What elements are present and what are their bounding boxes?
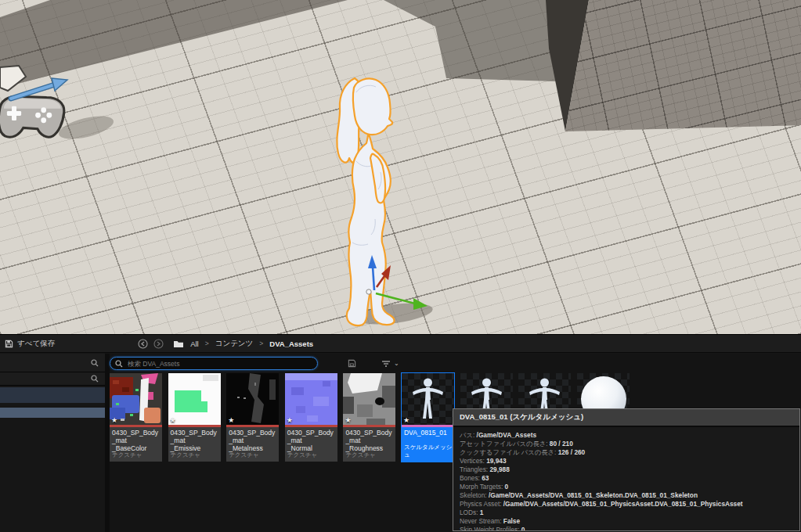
breadcrumb: All > コンテンツ > DVA_Assets xyxy=(173,339,313,349)
breadcrumb-current-folder[interactable]: DVA_Assets xyxy=(269,340,313,348)
save-icon xyxy=(5,340,13,348)
player-start-gamepad-icon[interactable] xyxy=(0,96,64,137)
asset-name: 0430_SP_Body_mat xyxy=(171,429,217,444)
favorite-star-icon: ★ xyxy=(287,416,293,424)
asset-search-box[interactable] xyxy=(110,357,318,370)
tooltip-row: パス/Game/DVA_Assets xyxy=(460,431,793,440)
asset-tooltip: DVA_0815_01 (スケルタルメッシュ) パス/Game/DVA_Asse… xyxy=(453,408,800,531)
favorite-star-icon: ★ xyxy=(345,416,351,424)
asset-type-label: テクスチャ xyxy=(112,451,142,459)
content-browser-toolbar: すべて保存 All > コンテンツ > DVA_Assets xyxy=(0,334,801,353)
white-arrow-sprite[interactable] xyxy=(0,66,26,91)
asset-name: 0430_SP_Body_mat xyxy=(345,429,391,444)
skeletal-mesh-thumbnail: ★ xyxy=(402,373,454,425)
asset-tile-footer: DVA_0815_01 スケルタルメッシュ xyxy=(402,427,454,462)
breadcrumb-separator: > xyxy=(205,340,209,347)
tooltip-row: クックするファイル パスの長さ126 / 260 xyxy=(460,448,793,457)
breadcrumb-root[interactable]: All xyxy=(190,340,199,348)
gamepad-shadow xyxy=(56,112,116,144)
tooltip-row: Never StreamFalse xyxy=(460,517,793,526)
content-browser-sidebar xyxy=(0,354,105,532)
search-icon xyxy=(91,375,99,383)
tooltip-row: Vertices19,943 xyxy=(460,457,793,466)
save-all-button[interactable]: すべて保存 xyxy=(5,339,55,349)
tooltip-row: LODs1 xyxy=(460,509,793,517)
texture-thumbnail: ★ xyxy=(285,373,337,425)
character-model[interactable] xyxy=(337,78,394,325)
asset-type-label: テクスチャ xyxy=(287,451,317,459)
unreal-editor-window: すべて保存 All > コンテンツ > DVA_Assets xyxy=(0,0,801,532)
tooltip-row: Physics Asset/Game/DVA_Assets/DVA_0815_0… xyxy=(460,500,793,509)
breadcrumb-content[interactable]: コンテンツ xyxy=(215,339,254,349)
asset-type-label: テクスチャ xyxy=(171,451,200,459)
asset-tile-footer: 0430_SP_Body_mat_Metalness テクスチャ xyxy=(226,427,279,462)
tooltip-body: パス/Game/DVA_Assets アセットファイルパスの長さ80 / 210… xyxy=(453,427,799,531)
asset-tile-emissive[interactable]: ★ 0430_SP_Body_mat_Emissive テクスチャ xyxy=(168,373,221,462)
gizmo-origin-ball[interactable] xyxy=(366,289,371,294)
tooltip-row: Skin Weight Profiles0 xyxy=(460,526,793,531)
tooltip-row: アセットファイルパスの長さ80 / 210 xyxy=(460,440,793,448)
asset-name: 0430_SP_Body_mat xyxy=(287,429,334,444)
forward-button[interactable] xyxy=(153,339,164,349)
asset-type-label: スケルタルメッシュ xyxy=(404,444,454,459)
asset-tile-footer: 0430_SP_Body_mat_Roughness テクスチャ xyxy=(343,427,395,462)
paths-search-field[interactable] xyxy=(0,372,105,386)
tooltip-row: Skeleton/Game/DVA_Assets/DVA_0815_01_Ske… xyxy=(460,491,793,500)
sidebar-selected-folder-row[interactable] xyxy=(0,408,105,418)
asset-name: DVA_0815_01 xyxy=(404,429,447,437)
back-button[interactable] xyxy=(138,339,148,349)
chevron-down-icon[interactable]: ⌄ xyxy=(394,360,399,367)
search-icon xyxy=(115,360,123,368)
asset-name: 0430_SP_Body_mat xyxy=(112,429,158,444)
asset-tile-basecolor[interactable]: ★ 0430_SP_Body_mat_BaseColor テクスチャ xyxy=(110,373,162,462)
favorite-star-icon: ★ xyxy=(228,416,234,424)
filter-icon[interactable] xyxy=(381,360,391,368)
asset-tile-footer: 0430_SP_Body_mat_BaseColor テクスチャ xyxy=(110,427,162,462)
asset-name: 0430_SP_Body_mat xyxy=(229,429,275,444)
folder-icon xyxy=(173,340,184,348)
texture-thumbnail: ★ xyxy=(343,373,395,425)
search-icon xyxy=(91,359,99,367)
asset-tile-footer: 0430_SP_Body_mat_Normal テクスチャ xyxy=(285,427,337,462)
asset-tile-footer: 0430_SP_Body_mat_Emissive テクスチャ xyxy=(168,427,221,462)
favorite-star-icon: ★ xyxy=(403,416,410,424)
breadcrumb-separator: > xyxy=(259,340,263,347)
asset-tile-dva-0815-01-selected[interactable]: ★ DVA_0815_01 スケルタルメッシュ xyxy=(402,373,454,462)
sidebar-folder-row[interactable] xyxy=(0,387,105,403)
asset-search-row: ⌄ xyxy=(110,354,801,373)
texture-thumbnail: ★ xyxy=(110,373,162,425)
asset-search-input[interactable] xyxy=(126,359,312,368)
tooltip-row: Bones63 xyxy=(460,474,793,483)
asset-type-label: テクスチャ xyxy=(229,451,258,459)
texture-thumbnail: ★ xyxy=(168,373,221,425)
asset-type-label: テクスチャ xyxy=(345,451,375,459)
character-head xyxy=(353,78,392,135)
viewport-scene xyxy=(0,0,801,334)
asset-tile-metalness[interactable]: ★ 0430_SP_Body_mat_Metalness テクスチャ xyxy=(226,373,279,462)
tooltip-row: Morph Targets0 xyxy=(460,483,793,491)
asset-tile-normal[interactable]: ★ 0430_SP_Body_mat_Normal テクスチャ xyxy=(285,373,337,462)
save-search-icon[interactable] xyxy=(348,359,356,368)
tooltip-row: Triangles29,988 xyxy=(460,466,793,474)
save-all-label: すべて保存 xyxy=(17,339,55,349)
asset-tile-roughness[interactable]: ★ 0430_SP_Body_mat_Roughness テクスチャ xyxy=(343,373,395,462)
favorite-star-icon: ★ xyxy=(111,416,117,424)
tooltip-title: DVA_0815_01 (スケルタルメッシュ) xyxy=(453,409,799,427)
level-viewport[interactable] xyxy=(0,0,801,334)
favorite-star-icon: ★ xyxy=(170,416,176,424)
texture-thumbnail: ★ xyxy=(226,373,279,425)
favorites-search-field[interactable] xyxy=(0,354,105,372)
